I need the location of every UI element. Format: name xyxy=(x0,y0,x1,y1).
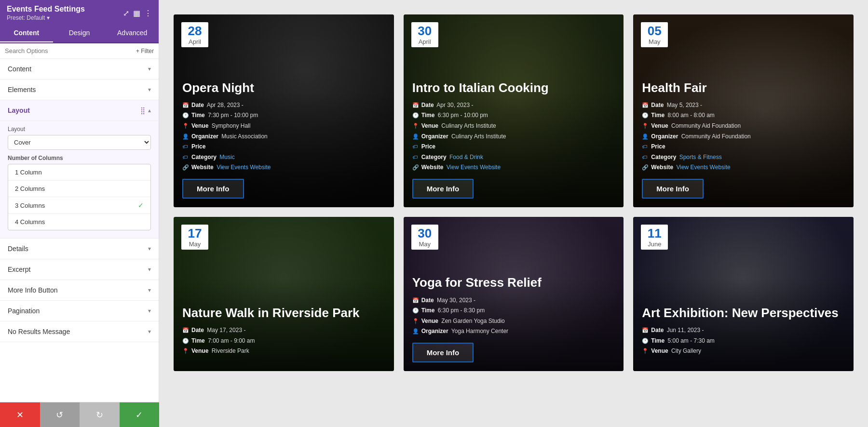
more-icon[interactable]: ⋮ xyxy=(144,9,152,18)
organizer-icon: 👤 xyxy=(182,132,189,142)
venue-icon: 📍 xyxy=(642,121,649,131)
cancel-button[interactable]: ✕ xyxy=(0,402,40,427)
date-badge-health: 05 May xyxy=(641,22,668,47)
event-card-content-art: Art Exhibition: New Perspectives 📅 Date … xyxy=(633,297,854,371)
event-card-content-cooking: Intro to Italian Cooking 📅 Date Apr 30, … xyxy=(404,72,624,207)
event-title-cooking: Intro to Italian Cooking xyxy=(412,80,615,95)
time-icon: 🕐 xyxy=(642,111,649,120)
event-meta-opera: 📅 Date Apr 28, 2023 - 🕐 Time 7:30 pm - 1… xyxy=(182,100,385,173)
venue-icon: 📍 xyxy=(182,347,189,356)
event-card-content-yoga: Yoga for Stress Relief 📅 Date May 30, 20… xyxy=(404,267,624,371)
section-details[interactable]: Details ▾ xyxy=(0,239,159,259)
resize-icon[interactable]: ⤢ xyxy=(123,9,129,18)
time-icon: 🕐 xyxy=(642,336,649,346)
event-card-health: 05 May Health Fair 📅 Date May 5, 2023 - … xyxy=(633,14,854,207)
column-3-option[interactable]: 3 Columns ✓ xyxy=(8,197,150,214)
chevron-down-icon: ▾ xyxy=(148,307,151,314)
chevron-up-icon: ▴ xyxy=(148,107,151,114)
section-content[interactable]: Content ▾ xyxy=(0,59,159,80)
event-title-nature: Nature Walk in Riverside Park xyxy=(182,306,385,320)
section-elements[interactable]: Elements ▾ xyxy=(0,80,159,100)
date-icon: 📅 xyxy=(412,101,419,110)
venue-icon: 📍 xyxy=(412,317,419,326)
tab-design[interactable]: Design xyxy=(53,24,106,42)
panel-preset[interactable]: Preset: Default ▾ xyxy=(7,14,85,21)
category-link[interactable]: Music xyxy=(219,154,234,160)
event-meta-health: 📅 Date May 5, 2023 - 🕐 Time 8:00 am - 8:… xyxy=(642,100,845,173)
more-info-button-health[interactable]: More Info xyxy=(642,179,704,199)
website-icon: 🔗 xyxy=(182,163,189,173)
event-card-content-health: Health Fair 📅 Date May 5, 2023 - 🕐 Time … xyxy=(633,72,854,207)
category-link[interactable]: Food & Drink xyxy=(449,154,483,160)
website-link[interactable]: View Events Website xyxy=(217,164,271,171)
redo-button[interactable]: ↻ xyxy=(80,402,120,427)
chevron-down-icon: ▾ xyxy=(148,266,151,273)
event-meta-art: 📅 Date Jun 11, 2023 - 🕐 Time 5:00 am - 7… xyxy=(642,325,845,357)
tab-content[interactable]: Content xyxy=(0,24,53,42)
event-title-health: Health Fair xyxy=(642,80,845,95)
date-icon: 📅 xyxy=(642,101,649,110)
save-button[interactable]: ✓ xyxy=(120,402,160,427)
events-grid: 28 April Opera Night 📅 Date Apr 28, 2023… xyxy=(174,14,854,371)
filter-button[interactable]: + Filter xyxy=(136,48,154,54)
panel-sections: Content ▾ Elements ▾ Layout ⣿ ▴ Layout C… xyxy=(0,59,159,427)
undo-button[interactable]: ↺ xyxy=(40,402,80,427)
section-excerpt[interactable]: Excerpt ▾ xyxy=(0,259,159,280)
bottom-bar: ✕ ↺ ↻ ✓ xyxy=(0,402,159,427)
category-icon: 🏷 xyxy=(412,153,419,162)
column-4-option[interactable]: 4 Columns xyxy=(8,214,150,230)
section-layout[interactable]: Layout ⣿ ▴ xyxy=(0,100,159,121)
time-icon: 🕐 xyxy=(412,111,419,120)
layout-icon[interactable]: ▦ xyxy=(133,9,140,18)
event-title-yoga: Yoga for Stress Relief xyxy=(412,275,615,290)
date-badge-yoga: 30 May xyxy=(411,225,438,250)
venue-icon: 📍 xyxy=(642,347,649,356)
time-icon: 🕐 xyxy=(182,111,189,120)
website-link[interactable]: View Events Website xyxy=(447,164,501,171)
organizer-icon: 👤 xyxy=(412,327,419,336)
category-link[interactable]: Sports & Fitness xyxy=(679,154,722,160)
tab-advanced[interactable]: Advanced xyxy=(106,24,159,42)
event-card-content-opera: Opera Night 📅 Date Apr 28, 2023 - 🕐 Time… xyxy=(174,72,394,207)
website-icon: 🔗 xyxy=(412,163,419,173)
more-info-button-cooking[interactable]: More Info xyxy=(412,179,474,199)
section-no-results[interactable]: No Results Message ▾ xyxy=(0,321,159,342)
price-icon: 🏷 xyxy=(182,142,189,152)
price-icon: 🏷 xyxy=(642,142,649,152)
website-link[interactable]: View Events Website xyxy=(676,164,730,171)
layout-select[interactable]: Cover Standard List xyxy=(8,135,151,150)
search-input[interactable] xyxy=(5,47,133,54)
section-pagination[interactable]: Pagination ▾ xyxy=(0,301,159,321)
event-meta-cooking: 📅 Date Apr 30, 2023 - 🕐 Time 6:30 pm - 1… xyxy=(412,100,615,173)
time-icon: 🕐 xyxy=(412,306,419,316)
section-more-info-button[interactable]: More Info Button ▾ xyxy=(0,280,159,301)
chevron-down-icon: ▾ xyxy=(148,66,151,72)
date-badge-opera: 28 April xyxy=(181,22,208,47)
venue-icon: 📍 xyxy=(182,121,189,131)
columns-dropdown: 1 Column 2 Columns 3 Columns ✓ 4 Columns xyxy=(8,164,151,230)
more-info-button-opera[interactable]: More Info xyxy=(182,179,244,199)
event-meta-nature: 📅 Date May 17, 2023 - 🕐 Time 7:00 am - 9… xyxy=(182,325,385,357)
venue-icon: 📍 xyxy=(412,121,419,131)
chevron-down-icon: ▾ xyxy=(148,287,151,294)
drag-icon: ⣿ xyxy=(140,107,145,114)
column-2-option[interactable]: 2 Columns xyxy=(8,181,150,197)
event-card-nature: 17 May Nature Walk in Riverside Park 📅 D… xyxy=(174,217,394,371)
event-card-opera: 28 April Opera Night 📅 Date Apr 28, 2023… xyxy=(174,14,394,207)
panel-header: Events Feed Settings Preset: Default ▾ ⤢… xyxy=(0,0,159,24)
date-badge-cooking: 30 April xyxy=(411,22,438,47)
category-icon: 🏷 xyxy=(182,153,189,162)
event-title-opera: Opera Night xyxy=(182,80,385,95)
date-icon: 📅 xyxy=(642,326,649,335)
event-card-art: 11 June Art Exhibition: New Perspectives… xyxy=(633,217,854,371)
event-card-content-nature: Nature Walk in Riverside Park 📅 Date May… xyxy=(174,297,394,371)
event-card-yoga: 30 May Yoga for Stress Relief 📅 Date May… xyxy=(404,217,624,371)
chevron-down-icon: ▾ xyxy=(148,86,151,93)
event-card-cooking: 30 April Intro to Italian Cooking 📅 Date… xyxy=(404,14,624,207)
website-icon: 🔗 xyxy=(642,163,649,173)
column-1-option[interactable]: 1 Column xyxy=(8,164,150,181)
layout-expanded: Layout Cover Standard List Number of Col… xyxy=(0,121,159,239)
panel-icons: ⤢ ▦ ⋮ xyxy=(123,9,152,18)
right-content: 28 April Opera Night 📅 Date Apr 28, 2023… xyxy=(159,0,868,427)
more-info-button-yoga[interactable]: More Info xyxy=(412,343,474,362)
